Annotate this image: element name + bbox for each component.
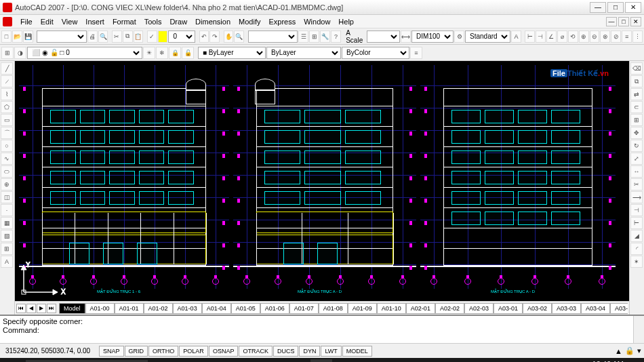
lineweight-combo[interactable]: ByColor — [342, 47, 409, 59]
layout-tab-a01-00[interactable]: A01-00 — [85, 303, 115, 314]
dim-icon[interactable]: ⟷ — [401, 31, 411, 43]
array-icon[interactable]: ⊞ — [630, 114, 643, 126]
scale-combo[interactable] — [367, 31, 401, 43]
circle-icon[interactable]: ○ — [1, 140, 13, 152]
erase-icon[interactable]: ⌫ — [630, 62, 643, 75]
drawing-canvas[interactable]: MẶT ĐỨNG TRỤC 1 - 6MẶT ĐỨNG TRỤC A - DMẶ… — [15, 61, 629, 315]
start-button[interactable] — [3, 359, 24, 362]
taskview-icon[interactable]: ⊞ — [172, 359, 194, 362]
arc-icon[interactable]: ⌒ — [1, 127, 13, 139]
open-icon[interactable]: 📂 — [12, 31, 22, 43]
layout-tab-model[interactable]: Model — [59, 303, 85, 314]
dim3-icon[interactable]: ∠ — [546, 31, 557, 43]
textstyle-icon[interactable]: A — [511, 31, 521, 43]
layout-tab-a01-03[interactable]: A01-03 — [173, 303, 202, 314]
menu-insert[interactable]: Insert — [81, 16, 108, 27]
status-otrack[interactable]: OTRACK — [239, 346, 273, 357]
explorer-icon[interactable]: 📁 — [195, 359, 217, 362]
dimstyle-icon[interactable]: ⚙ — [454, 31, 464, 43]
textstyle-combo[interactable]: Standard — [465, 31, 510, 43]
point-icon[interactable]: · — [1, 204, 13, 216]
lock-icon[interactable]: 🔒 — [625, 346, 635, 355]
store-icon[interactable]: 🛍 — [241, 359, 263, 362]
layer-combo[interactable]: 0 — [168, 31, 195, 43]
region-icon[interactable]: ▧ — [1, 230, 13, 242]
scale2-icon[interactable]: ⤢ — [630, 153, 643, 165]
chamfer-icon[interactable]: ◢ — [630, 230, 643, 242]
layout-tab-a01-08[interactable]: A01-08 — [319, 303, 348, 314]
status-snap[interactable]: SNAP — [99, 346, 124, 357]
status-grid[interactable]: GRID — [125, 346, 148, 357]
doc-minimize-button[interactable]: — — [606, 17, 617, 26]
status-osnap[interactable]: OSNAP — [209, 346, 239, 357]
maximize-button[interactable]: □ — [607, 2, 624, 13]
props-icon[interactable]: ☰ — [298, 31, 308, 43]
layout-tab-a01-06[interactable]: A01-06 — [260, 303, 289, 314]
spline-icon[interactable]: ∿ — [1, 153, 13, 165]
status-polar[interactable]: POLAR — [179, 346, 208, 357]
xline-icon[interactable]: ⟋ — [1, 75, 13, 87]
layer-list-combo[interactable]: ⬜ ◉ 🔓 □ 0 — [27, 47, 142, 59]
match-icon[interactable]: ✓ — [147, 31, 157, 43]
help-icon[interactable]: ? — [331, 31, 341, 43]
rotate-icon[interactable]: ↻ — [630, 140, 643, 152]
trim-icon[interactable]: ✂ — [630, 178, 643, 190]
ellipse-icon[interactable]: ⬭ — [1, 165, 13, 178]
cortana-icon[interactable]: ○ — [149, 359, 171, 362]
preview-icon[interactable]: 🔍 — [98, 31, 108, 43]
extend-icon[interactable]: ⟶ — [630, 191, 643, 203]
new-icon[interactable]: □ — [1, 31, 12, 43]
menu-tools[interactable]: Tools — [140, 16, 166, 27]
menu-draw[interactable]: Draw — [165, 16, 191, 27]
layout-tab-a01-09[interactable]: A01-09 — [348, 303, 377, 314]
dim11-icon[interactable]: ⋮ — [632, 31, 643, 43]
status-model[interactable]: MODEL — [342, 346, 372, 357]
autocad-task-icon[interactable]: A — [310, 359, 332, 362]
layout-tab-a02-02[interactable]: A02-02 — [435, 303, 464, 314]
chrome-icon[interactable]: 🌐 — [218, 359, 240, 362]
layout-tab-a03-01[interactable]: A03-01 — [494, 303, 523, 314]
linetype-combo[interactable]: ByLayer — [266, 47, 341, 59]
rect-icon[interactable]: ▭ — [1, 114, 13, 126]
dim1-icon[interactable]: ⊢ — [525, 31, 535, 43]
copy-icon[interactable]: ⧉ — [123, 31, 133, 43]
color-combo[interactable]: ■ ByLayer — [198, 47, 266, 59]
app2-icon[interactable]: 🎨 — [287, 359, 309, 362]
menu-modify[interactable]: Modify — [235, 16, 264, 27]
pline-icon[interactable]: ⌇ — [1, 88, 13, 100]
layout-tab-a02-01[interactable]: A02-01 — [406, 303, 435, 314]
layer4-icon[interactable]: 🔓 — [182, 47, 194, 59]
tab-next-button[interactable]: ▶ — [37, 304, 46, 313]
pan-icon[interactable]: ✋ — [224, 31, 234, 43]
fillet-icon[interactable]: ◜ — [630, 243, 643, 255]
plot-icon[interactable]: 🖨 — [87, 31, 98, 43]
doc-restore-button[interactable]: □ — [618, 17, 629, 26]
layout-tab-a03-05[interactable]: A03-05 — [610, 303, 628, 314]
dim7-icon[interactable]: ⊖ — [590, 31, 600, 43]
menu-window[interactable]: Window — [300, 16, 334, 27]
menu-edit[interactable]: Edit — [37, 16, 58, 27]
annotation-icon[interactable]: ▲ — [615, 347, 622, 355]
dim8-icon[interactable]: ⊗ — [600, 31, 610, 43]
close-button[interactable]: ✕ — [625, 2, 641, 13]
dim6-icon[interactable]: ⊕ — [579, 31, 589, 43]
status-lwt[interactable]: LWT — [321, 346, 341, 357]
layout-tab-a01-05[interactable]: A01-05 — [231, 303, 260, 314]
menu-file[interactable]: File — [16, 16, 37, 27]
menu-format[interactable]: Format — [108, 16, 140, 27]
layer-yellow-icon[interactable] — [158, 31, 168, 43]
layerprev-icon[interactable]: ◑ — [14, 47, 26, 59]
line-icon[interactable]: ╱ — [1, 62, 13, 75]
layout-tab-a02-03[interactable]: A02-03 — [464, 303, 494, 314]
layer1-icon[interactable]: ☀ — [143, 47, 155, 59]
hatch-icon[interactable]: ▦ — [1, 217, 13, 229]
app1-icon[interactable]: 📧 — [264, 359, 286, 362]
move-icon[interactable]: ✥ — [630, 127, 643, 139]
dim2-icon[interactable]: ⊣ — [536, 31, 546, 43]
explode-icon[interactable]: ✶ — [630, 256, 643, 268]
doc-close-button[interactable]: ✕ — [630, 17, 641, 26]
quick-combo[interactable] — [37, 31, 87, 43]
paste-icon[interactable]: 📋 — [134, 31, 144, 43]
tool-icon[interactable]: 🔧 — [320, 31, 330, 43]
undo-icon[interactable]: ↶ — [199, 31, 209, 43]
